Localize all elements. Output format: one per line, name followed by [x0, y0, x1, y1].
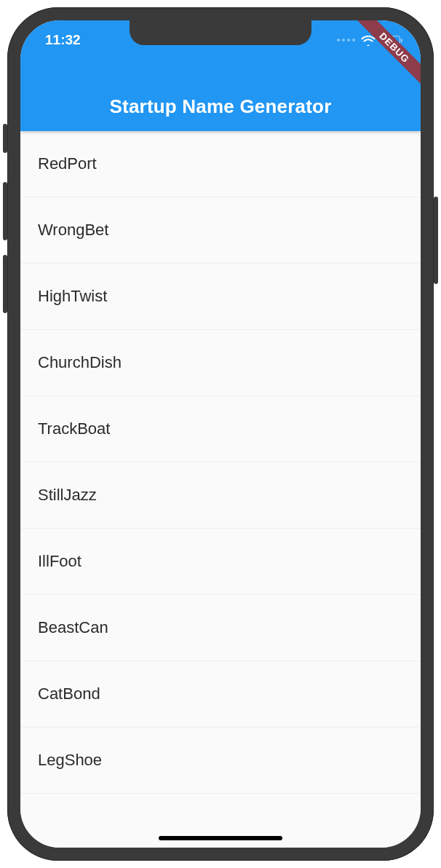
status-time: 11:32 — [45, 32, 81, 48]
list-item[interactable]: LegShoe — [20, 727, 421, 794]
name-list[interactable]: RedPort WrongBet HighTwist ChurchDish Tr… — [20, 131, 421, 848]
list-item[interactable]: HighTwist — [20, 264, 421, 330]
list-item[interactable]: CatBond — [20, 661, 421, 727]
list-item[interactable]: BeastCan — [20, 595, 421, 661]
list-item[interactable]: StillJazz — [20, 462, 421, 529]
signal-dots-icon — [337, 39, 355, 42]
page-title: Startup Name Generator — [110, 95, 332, 118]
side-button — [3, 182, 7, 240]
list-item[interactable]: RedPort — [20, 131, 421, 197]
side-button — [3, 124, 7, 153]
home-indicator[interactable] — [159, 836, 282, 840]
notch — [130, 20, 311, 45]
screen: DEBUG 11:32 Startup Name Generator — [20, 20, 421, 848]
side-button — [434, 197, 438, 284]
list-item[interactable]: TrackBoat — [20, 396, 421, 462]
list-item[interactable]: WrongBet — [20, 197, 421, 264]
phone-frame: DEBUG 11:32 Startup Name Generator — [7, 7, 434, 861]
side-button — [3, 255, 7, 313]
list-item[interactable]: IllFoot — [20, 529, 421, 595]
list-item[interactable]: ChurchDish — [20, 330, 421, 396]
